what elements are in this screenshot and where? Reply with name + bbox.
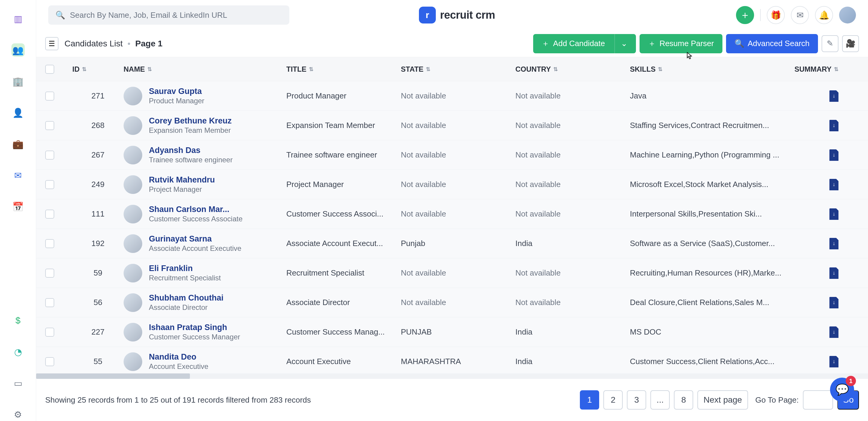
row-checkbox[interactable] xyxy=(45,151,54,160)
download-icon[interactable] xyxy=(830,356,838,367)
row-checkbox[interactable] xyxy=(45,357,54,366)
next-page-button[interactable]: Next page xyxy=(698,390,748,410)
cell-state: Not available xyxy=(401,150,516,160)
table-row[interactable]: 111 Shaun Carlson Mar... Customer Succes… xyxy=(36,199,868,229)
global-search[interactable]: 🔍 Search By Name, Job, Email & LinkedIn … xyxy=(48,5,289,25)
candidate-name-link[interactable]: Ishaan Pratap Singh xyxy=(149,323,240,332)
row-checkbox[interactable] xyxy=(45,209,54,219)
col-country[interactable]: COUNTRY⇅ xyxy=(516,65,630,73)
cell-title: Recruitment Specialist xyxy=(286,268,401,278)
col-state[interactable]: STATE⇅ xyxy=(401,65,516,73)
nav-settings-icon[interactable]: ⚙ xyxy=(11,408,25,421)
download-icon[interactable] xyxy=(830,297,838,309)
candidate-name-link[interactable]: Rutvik Mahendru xyxy=(149,175,215,185)
sort-icon: ⇅ xyxy=(426,66,430,72)
resume-parser-button[interactable]: ＋ Resume Parser xyxy=(640,34,722,53)
table-row[interactable]: 268 Corey Bethune Kreuz Expansion Team M… xyxy=(36,111,868,140)
page-button[interactable]: 2 xyxy=(603,390,623,410)
chat-icon: 💬 xyxy=(835,383,849,396)
row-checkbox[interactable] xyxy=(45,328,54,337)
gift-icon[interactable]: 🎁 xyxy=(767,6,785,24)
nav-deals-icon[interactable]: $ xyxy=(11,314,25,327)
bell-icon[interactable]: 🔔 xyxy=(815,6,833,24)
download-icon[interactable] xyxy=(830,149,838,161)
col-name[interactable]: NAME⇅ xyxy=(124,65,286,73)
col-skills[interactable]: SKILLS⇅ xyxy=(630,65,799,73)
cell-name: Gurinayat Sarna Associate Account Execut… xyxy=(124,234,286,253)
nav-jobs-icon[interactable]: 💼 xyxy=(11,137,25,151)
cell-id: 249 xyxy=(72,180,124,189)
row-checkbox[interactable] xyxy=(45,239,54,248)
download-icon[interactable] xyxy=(830,238,838,249)
candidate-name-link[interactable]: Eli Franklin xyxy=(149,264,221,273)
row-checkbox[interactable] xyxy=(45,298,54,307)
candidate-name-link[interactable]: Nandita Deo xyxy=(149,352,208,362)
download-icon[interactable] xyxy=(830,179,838,190)
cell-name: Eli Franklin Recruitment Specialist xyxy=(124,264,286,283)
list-view-icon[interactable]: ☰ xyxy=(45,37,59,50)
row-checkbox[interactable] xyxy=(45,121,54,130)
row-checkbox[interactable] xyxy=(45,92,54,101)
table-row[interactable]: 227 Ishaan Pratap Singh Customer Success… xyxy=(36,317,868,347)
nav-contacts-icon[interactable]: 👤 xyxy=(11,106,25,119)
advanced-search-button[interactable]: 🔍 Advanced Search xyxy=(726,34,818,53)
cell-title: Account Executive xyxy=(286,357,401,366)
row-checkbox[interactable] xyxy=(45,180,54,189)
page-button[interactable]: ... xyxy=(650,390,670,410)
download-icon[interactable] xyxy=(830,120,838,131)
nav-candidates-icon[interactable]: 👥 xyxy=(11,43,25,57)
candidate-name-link[interactable]: Adyansh Das xyxy=(149,146,233,155)
nav-billing-icon[interactable]: ▭ xyxy=(11,377,25,390)
download-icon[interactable] xyxy=(830,267,838,279)
candidate-name-link[interactable]: Gurinayat Sarna xyxy=(149,234,241,244)
table-row[interactable]: 59 Eli Franklin Recruitment Specialist R… xyxy=(36,258,868,288)
cell-id: 268 xyxy=(72,121,124,130)
chat-fab[interactable]: 💬 1 xyxy=(830,378,854,402)
video-button[interactable]: 🎥 xyxy=(842,35,859,52)
user-avatar[interactable] xyxy=(839,7,856,24)
table-row[interactable]: 55 Nandita Deo Account Executive Account… xyxy=(36,347,868,377)
cell-skills: Machine Learning,Python (Programming ... xyxy=(630,150,799,160)
candidate-subtitle: Customer Success Associate xyxy=(149,215,243,223)
cell-id: 267 xyxy=(72,150,124,160)
quick-add-button[interactable]: ＋ xyxy=(736,6,754,24)
candidate-subtitle: Associate Director xyxy=(149,303,223,312)
nav-companies-icon[interactable]: 🏢 xyxy=(11,75,25,88)
nav-calendar-icon[interactable]: 📅 xyxy=(11,200,25,213)
col-title[interactable]: TITLE⇅ xyxy=(286,65,401,73)
table-row[interactable]: 249 Rutvik Mahendru Project Manager Proj… xyxy=(36,170,868,199)
chevron-down-icon[interactable]: ⌄ xyxy=(615,34,627,53)
nav-mail-icon[interactable]: ✉ xyxy=(11,169,25,182)
table-row[interactable]: 192 Gurinayat Sarna Associate Account Ex… xyxy=(36,229,868,258)
cell-name: Corey Bethune Kreuz Expansion Team Membe… xyxy=(124,116,286,135)
sort-icon: ⇅ xyxy=(147,66,152,72)
resume-parser-label: Resume Parser xyxy=(659,39,714,48)
mail-icon[interactable]: ✉ xyxy=(791,6,809,24)
horizontal-scrollbar[interactable] xyxy=(36,374,868,379)
nav-dashboard-icon[interactable]: ▥ xyxy=(11,12,25,25)
page-button[interactable]: 1 xyxy=(580,390,599,410)
page-button[interactable]: 8 xyxy=(674,390,693,410)
col-summary[interactable]: SUMMARY⇅ xyxy=(799,65,847,73)
cell-id: 56 xyxy=(72,298,124,307)
table-row[interactable]: 271 Saurav Gupta Product Manager Product… xyxy=(36,81,868,111)
edit-button[interactable]: ✎ xyxy=(822,35,838,52)
goto-page-input[interactable] xyxy=(803,390,833,410)
add-candidate-button[interactable]: ＋ Add Candidate ⌄ xyxy=(533,34,636,53)
table-row[interactable]: 267 Adyansh Das Trainee software enginee… xyxy=(36,140,868,170)
candidate-name-link[interactable]: Shubham Chouthai xyxy=(149,293,223,303)
download-icon[interactable] xyxy=(830,208,838,220)
cell-id: 111 xyxy=(72,209,124,219)
page-button[interactable]: 3 xyxy=(627,390,646,410)
candidate-name-link[interactable]: Saurav Gupta xyxy=(149,87,204,96)
row-checkbox[interactable] xyxy=(45,269,54,278)
cell-state: Not available xyxy=(401,298,516,307)
candidate-name-link[interactable]: Corey Bethune Kreuz xyxy=(149,116,232,126)
download-icon[interactable] xyxy=(830,326,838,338)
table-row[interactable]: 56 Shubham Chouthai Associate Director A… xyxy=(36,288,868,317)
nav-reports-icon[interactable]: ◔ xyxy=(11,345,25,358)
select-all-checkbox[interactable] xyxy=(45,65,54,74)
download-icon[interactable] xyxy=(830,90,838,102)
candidate-name-link[interactable]: Shaun Carlson Mar... xyxy=(149,205,243,214)
col-id[interactable]: ID⇅ xyxy=(72,65,124,73)
